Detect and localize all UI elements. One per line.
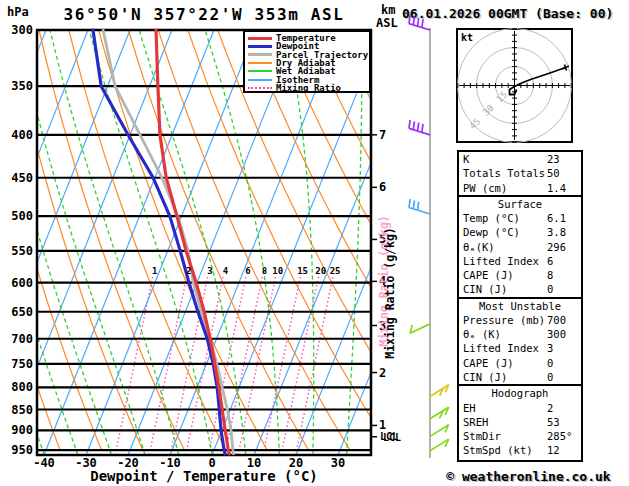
isotherm-line bbox=[0, 30, 4, 455]
hodograph-unit-label: kt bbox=[461, 32, 473, 43]
x-axis-label: Dewpoint / Temperature (°C) bbox=[37, 468, 371, 484]
table-row-value: 3.8 bbox=[547, 225, 566, 240]
table-row: StmSpd (kt)12 bbox=[459, 443, 581, 457]
pressure-tick-label: 750 bbox=[11, 357, 33, 371]
legend-line-sample bbox=[248, 87, 272, 89]
km-tick-label: 6 bbox=[379, 180, 386, 194]
wind-barb-staff bbox=[409, 128, 430, 134]
table-row-label: Lifted Index bbox=[463, 255, 539, 267]
pressure-tick-label: 450 bbox=[11, 171, 33, 185]
table-row-value: 0 bbox=[547, 282, 553, 297]
table-section: HodographEH2SREH53StmDir285°StmSpd (kt)1… bbox=[459, 384, 581, 457]
wind-barb bbox=[430, 425, 449, 437]
table-row: Temp (°C)6.1 bbox=[459, 211, 581, 225]
wind-barb-tick bbox=[418, 202, 419, 210]
wind-barb bbox=[430, 385, 449, 397]
table-row-label: CAPE (J) bbox=[463, 357, 514, 369]
table-row-value: 8 bbox=[547, 268, 553, 283]
credit: © weatheronline.co.uk bbox=[428, 469, 629, 484]
table-row-value: 6 bbox=[547, 254, 553, 269]
indices-table: K23Totals Totals50PW (cm)1.4SurfaceTemp … bbox=[457, 150, 583, 462]
pressure-tick-label: 350 bbox=[11, 79, 33, 93]
mixing-ratio-value-label: 25 bbox=[330, 266, 341, 276]
isotherm-line bbox=[86, 30, 256, 455]
table-row-label: CIN (J) bbox=[463, 371, 507, 383]
legend-line-sample bbox=[248, 45, 272, 48]
legend-line-sample bbox=[248, 37, 272, 40]
pressure-tick-label: 500 bbox=[11, 209, 33, 223]
table-row: Totals Totals50 bbox=[459, 166, 581, 180]
wind-barb bbox=[430, 407, 449, 419]
wind-barb-tick bbox=[418, 18, 419, 26]
table-section: K23Totals Totals50PW (cm)1.4 bbox=[459, 152, 581, 195]
table-row-value: 1.4 bbox=[547, 181, 566, 196]
table-row: Pressure (mb)700 bbox=[459, 313, 581, 327]
table-row-label: CAPE (J) bbox=[463, 269, 514, 281]
pressure-tick-label: 700 bbox=[11, 332, 33, 346]
table-row: SREH53 bbox=[459, 415, 581, 429]
pressure-tick-label: 300 bbox=[11, 23, 33, 37]
legend-line-sample bbox=[248, 53, 272, 56]
table-row: CIN (J)0 bbox=[459, 282, 581, 296]
pressure-tick-label: 900 bbox=[11, 423, 33, 437]
pressure-tick-label: 400 bbox=[11, 128, 33, 142]
mixing-ratio-value-label: 4 bbox=[223, 266, 229, 276]
table-section-title: Hodograph bbox=[459, 386, 581, 400]
table-row: K23 bbox=[459, 152, 581, 166]
table-row-value: 300 bbox=[547, 327, 566, 342]
pressure-tick-label: 850 bbox=[11, 403, 33, 417]
table-section-title: Most Unstable bbox=[459, 299, 581, 313]
table-row-label: θₑ(K) bbox=[463, 241, 495, 253]
wind-barb-tick bbox=[413, 200, 414, 208]
table-row-value: 6.1 bbox=[547, 211, 566, 226]
table-row-value: 285° bbox=[547, 429, 572, 444]
wet-adiabat-line bbox=[347, 30, 362, 455]
table-row-label: Temp (°C) bbox=[463, 212, 520, 224]
wet-adiabat-line bbox=[89, 30, 212, 455]
legend: TemperatureDewpointParcel TrajectoryDry … bbox=[243, 30, 371, 93]
parcel-trajectory-curve bbox=[103, 30, 233, 454]
wind-barb bbox=[430, 439, 449, 451]
table-row: CAPE (J)0 bbox=[459, 356, 581, 370]
legend-line-sample bbox=[248, 70, 272, 72]
mixing-ratio-value-label: 1 bbox=[152, 266, 157, 276]
wind-barb-tick bbox=[413, 121, 414, 129]
legend-item: Mixing Ratio bbox=[248, 84, 369, 92]
mixing-ratio-value-label: 15 bbox=[297, 266, 308, 276]
pressure-tick-label: 650 bbox=[11, 305, 33, 319]
table-row: CIN (J)0 bbox=[459, 370, 581, 384]
table-row-value: 3 bbox=[547, 341, 553, 356]
isotherm-line bbox=[254, 30, 424, 455]
table-row-label: StmDir bbox=[463, 430, 501, 442]
table-row-value: 0 bbox=[547, 356, 553, 371]
km-tick-label: 2 bbox=[379, 366, 386, 380]
table-row-value: 23 bbox=[547, 152, 560, 167]
wind-barb-tick bbox=[413, 16, 414, 24]
table-row: PW (cm)1.4 bbox=[459, 181, 581, 195]
mixing-ratio-line bbox=[281, 277, 319, 456]
mixing-ratio-value-label: 8 bbox=[262, 266, 267, 276]
table-row-label: PW (cm) bbox=[463, 182, 507, 194]
table-row: θₑ (K)300 bbox=[459, 327, 581, 341]
lcl-label: LCL bbox=[380, 431, 398, 442]
table-section: SurfaceTemp (°C)6.1Dewp (°C)3.8θₑ(K)296L… bbox=[459, 195, 581, 297]
mixing-ratio-value-label: 20 bbox=[315, 266, 326, 276]
wind-barb-tick bbox=[418, 123, 419, 131]
table-row-label: Dewp (°C) bbox=[463, 226, 520, 238]
legend-item-label: Mixing Ratio bbox=[276, 84, 341, 92]
table-row-label: θₑ (K) bbox=[463, 328, 501, 340]
table-row-label: K bbox=[463, 153, 469, 165]
pressure-tick-label: 950 bbox=[11, 443, 33, 457]
wind-barb-tick bbox=[422, 124, 423, 132]
wind-barb-tick bbox=[409, 199, 410, 207]
hodograph: 153045 bbox=[457, 29, 572, 143]
wind-barb bbox=[409, 15, 430, 30]
skewt-page: 36°50'N 357°22'W 353m ASL 06.01.2026 00G… bbox=[0, 0, 629, 486]
wind-barb-tick bbox=[409, 15, 410, 23]
table-row-value: 12 bbox=[547, 443, 560, 458]
table-row-value: 53 bbox=[547, 415, 560, 430]
wind-barb-tick bbox=[422, 19, 423, 27]
table-row: CAPE (J)8 bbox=[459, 268, 581, 282]
mixing-ratio-value-label: 3 bbox=[207, 266, 212, 276]
table-row-value: 0 bbox=[547, 370, 553, 385]
